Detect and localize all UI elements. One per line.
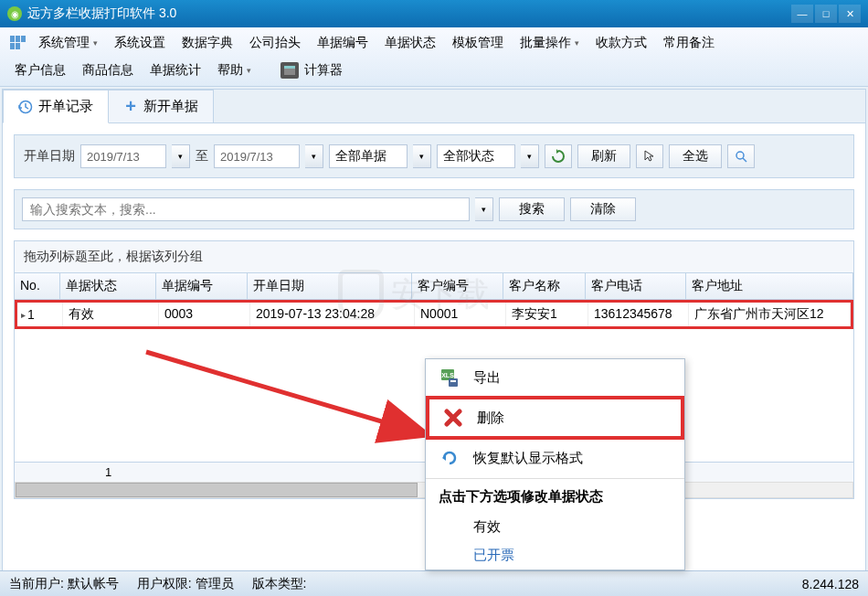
menu-company[interactable]: 公司抬头 (242, 31, 308, 55)
date-from-input[interactable] (80, 144, 166, 168)
tabstrip: 开单记录 + 新开单据 (3, 90, 865, 123)
menu-customer[interactable]: 客户信息 (7, 59, 73, 82)
doc-type-dropdown[interactable]: ▾ (413, 144, 431, 168)
status-role: 用户权限: 管理员 (137, 576, 234, 592)
close-button[interactable]: ✕ (839, 5, 861, 23)
svg-rect-3 (10, 43, 15, 49)
cell-cust-name: 李安安1 (506, 303, 588, 326)
statusbar: 当前用户: 默认帐号 用户权限: 管理员 版本类型: 8.244.128 (0, 570, 868, 596)
svg-line-7 (743, 158, 746, 162)
menu-remarks[interactable]: 常用备注 (656, 31, 722, 55)
tab-new-label: 新开单据 (143, 98, 198, 115)
status-version: 版本类型: (252, 576, 307, 592)
date-to-label: 至 (196, 148, 208, 165)
cell-status: 有效 (63, 303, 159, 326)
svg-rect-12 (450, 380, 456, 382)
ctx-delete-label: 删除 (477, 410, 504, 427)
export-icon: XLS (439, 367, 460, 388)
col-no[interactable]: No. (15, 273, 60, 299)
ctx-delete[interactable]: 删除 (426, 396, 684, 440)
menu-doc-status[interactable]: 单据状态 (377, 31, 443, 55)
window-controls: — □ ✕ (791, 5, 861, 23)
status-combo[interactable]: 全部状态 (437, 144, 515, 168)
menu-help[interactable]: 帮助 (210, 59, 259, 82)
tab-records-label: 开单记录 (38, 98, 93, 115)
undo-icon (439, 447, 460, 469)
search-input[interactable] (22, 197, 470, 221)
svg-text:XLS: XLS (441, 372, 454, 378)
ctx-status-invoiced[interactable]: 已开票 (426, 541, 684, 569)
menu-doc-number[interactable]: 单据编号 (310, 31, 376, 55)
cell-date: 2019-07-13 23:04:28 (250, 303, 415, 326)
pointer-button[interactable] (636, 144, 663, 168)
context-menu: XLS 导出 删除 恢复默认显示格式 点击下方选项修改单据状态 有效 已开票 (425, 358, 685, 570)
svg-rect-11 (449, 378, 458, 387)
refresh-icon (551, 149, 566, 164)
row-count: 1 (60, 465, 156, 479)
search-icon-button[interactable] (727, 144, 755, 168)
menu-system-manage[interactable]: 系统管理 (31, 31, 105, 55)
date-to-input[interactable] (214, 144, 300, 168)
ctx-divider (426, 478, 684, 479)
menu-data-dict[interactable]: 数据字典 (175, 31, 240, 55)
date-from-dropdown[interactable]: ▾ (172, 144, 190, 168)
status-user: 当前用户: 默认帐号 (9, 576, 119, 592)
refresh-button[interactable]: 刷新 (577, 144, 630, 168)
tab-new[interactable]: + 新开单据 (108, 90, 214, 122)
ctx-restore-label: 恢复默认显示格式 (473, 450, 583, 467)
col-date[interactable]: 开单日期 (248, 273, 412, 299)
menu-product[interactable]: 商品信息 (75, 59, 141, 82)
col-cust-name[interactable]: 客户名称 (503, 273, 586, 299)
ctx-export[interactable]: XLS 导出 (426, 359, 684, 396)
cell-no: 1 (17, 303, 63, 326)
search-bar: ▾ 搜索 清除 (14, 189, 854, 229)
menubar: 系统管理 系统设置 数据字典 公司抬头 单据编号 单据状态 模板管理 批量操作 … (0, 27, 868, 87)
refresh-icon-button[interactable] (545, 144, 572, 168)
date-label: 开单日期 (24, 148, 75, 165)
svg-rect-0 (10, 36, 15, 42)
tab-records[interactable]: 开单记录 (3, 90, 109, 123)
window-title: 远方多栏收据打印软件 3.0 (27, 5, 791, 22)
maximize-button[interactable]: □ (815, 5, 837, 23)
menu-stats[interactable]: 单据统计 (143, 59, 208, 82)
table-row[interactable]: 1 有效 0003 2019-07-13 23:04:28 N0001 李安安1… (15, 300, 853, 329)
search-button[interactable]: 搜索 (499, 197, 565, 221)
menu-template[interactable]: 模板管理 (445, 31, 511, 55)
svg-rect-2 (21, 36, 26, 42)
date-to-dropdown[interactable]: ▾ (305, 144, 323, 168)
col-status[interactable]: 单据状态 (60, 273, 156, 299)
search-dropdown[interactable]: ▾ (475, 197, 493, 221)
cell-cust-phone: 13612345678 (588, 303, 689, 326)
select-all-button[interactable]: 全选 (669, 144, 722, 168)
ctx-export-label: 导出 (473, 369, 501, 387)
svg-point-6 (736, 152, 744, 159)
titlebar: ◉ 远方多栏收据打印软件 3.0 — □ ✕ (0, 0, 868, 27)
doc-type-combo[interactable]: 全部单据 (329, 144, 408, 168)
menu-calculator[interactable]: 计算器 (273, 59, 350, 82)
plus-icon: + (123, 100, 138, 114)
col-number[interactable]: 单据编号 (156, 273, 248, 299)
menu-system-settings[interactable]: 系统设置 (107, 31, 173, 55)
ctx-status-valid[interactable]: 有效 (426, 513, 684, 541)
menu-payment[interactable]: 收款方式 (588, 31, 654, 55)
grid-header: No. 单据状态 单据编号 开单日期 客户编号 客户名称 客户电话 客户地址 (15, 273, 853, 300)
cell-cust-no: N0001 (415, 303, 506, 326)
ctx-restore[interactable]: 恢复默认显示格式 (426, 440, 684, 476)
col-cust-addr[interactable]: 客户地址 (686, 273, 853, 299)
col-cust-no[interactable]: 客户编号 (412, 273, 503, 299)
clear-button[interactable]: 清除 (570, 197, 636, 221)
delete-icon (442, 407, 464, 429)
menu-batch[interactable]: 批量操作 (513, 31, 587, 55)
menu-icon[interactable] (7, 34, 29, 52)
calculator-icon (281, 62, 299, 79)
status-dropdown[interactable]: ▾ (521, 144, 539, 168)
status-ip: 8.244.128 (802, 577, 859, 591)
svg-rect-1 (16, 36, 20, 42)
history-icon (18, 100, 33, 114)
cell-number: 0003 (159, 303, 250, 326)
minimize-button[interactable]: — (791, 5, 813, 23)
col-cust-phone[interactable]: 客户电话 (586, 273, 686, 299)
app-icon: ◉ (7, 6, 22, 21)
cell-cust-addr: 广东省广州市天河区12 (689, 303, 851, 326)
pointer-icon (643, 150, 656, 163)
